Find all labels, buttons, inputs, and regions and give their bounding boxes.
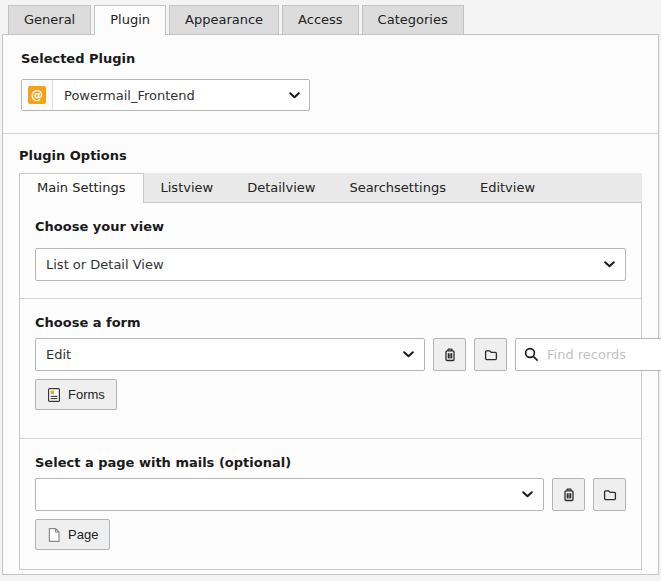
page-browse-button[interactable] — [593, 478, 626, 511]
plugin-options-heading: Plugin Options — [19, 148, 642, 163]
page-remove-button[interactable] — [552, 478, 585, 511]
subtab-editview[interactable]: Editview — [463, 173, 552, 202]
subtab-main-settings[interactable]: Main Settings — [19, 173, 144, 203]
choose-form-section: Choose a form Edit — [20, 299, 641, 439]
trash-icon — [442, 347, 458, 363]
form-select-value: Edit — [46, 347, 403, 362]
subtab-listview[interactable]: Listview — [144, 173, 231, 202]
chevron-down-icon — [522, 491, 533, 498]
find-records-group — [515, 338, 661, 371]
subtab-detailview[interactable]: Detailview — [230, 173, 332, 202]
select-page-section: Select a page with mails (optional) — [20, 439, 641, 569]
plugin-tab-panel: Selected Plugin @ Powermail_Frontend Plu… — [2, 34, 659, 575]
plugin-icon-cell: @ — [22, 80, 53, 110]
page-document-icon — [47, 527, 61, 543]
form-document-icon — [47, 387, 61, 403]
forms-browse-button[interactable]: Forms — [35, 379, 117, 410]
subtab-searchsettings[interactable]: Searchsettings — [332, 173, 463, 202]
main-settings-panel: Choose your view List or Detail View Cho… — [19, 202, 642, 570]
choose-view-section: Choose your view List or Detail View — [20, 203, 641, 299]
page-select[interactable] — [35, 478, 544, 511]
chevron-down-icon — [403, 351, 414, 358]
view-select-value: List or Detail View — [46, 257, 604, 272]
form-select[interactable]: Edit — [35, 338, 425, 371]
tab-plugin[interactable]: Plugin — [94, 5, 166, 35]
selected-plugin-section: Selected Plugin @ Powermail_Frontend — [3, 35, 658, 134]
trash-icon — [561, 487, 577, 503]
choose-form-heading: Choose a form — [35, 315, 626, 330]
form-remove-button[interactable] — [433, 338, 466, 371]
plugin-options-section: Plugin Options Main Settings Listview De… — [3, 134, 658, 570]
choose-view-heading: Choose your view — [35, 219, 626, 234]
powermail-at-icon: @ — [28, 86, 46, 104]
tab-appearance[interactable]: Appearance — [169, 5, 279, 34]
form-select-row: Edit — [35, 338, 626, 371]
folder-icon — [602, 487, 618, 503]
page-button-label: Page — [68, 527, 98, 542]
tab-categories[interactable]: Categories — [362, 5, 464, 34]
tab-access[interactable]: Access — [282, 5, 359, 34]
page-select-row — [35, 478, 626, 511]
magnifier-icon — [516, 346, 547, 363]
selected-plugin-value: Powermail_Frontend — [53, 88, 289, 103]
plugin-options-subtabbar: Main Settings Listview Detailview Search… — [19, 173, 642, 202]
form-browse-button[interactable] — [474, 338, 507, 371]
forms-button-label: Forms — [68, 387, 105, 402]
flexform-tabbar: General Plugin Appearance Access Categor… — [0, 0, 661, 34]
find-records-input[interactable] — [547, 347, 661, 362]
chevron-down-icon — [604, 261, 615, 268]
select-page-heading: Select a page with mails (optional) — [35, 455, 626, 470]
selected-plugin-heading: Selected Plugin — [21, 51, 640, 66]
tab-general[interactable]: General — [8, 5, 91, 34]
chevron-down-icon — [289, 92, 300, 99]
view-select[interactable]: List or Detail View — [35, 248, 626, 281]
folder-icon — [483, 347, 499, 363]
page-record-button[interactable]: Page — [35, 519, 110, 550]
selected-plugin-select[interactable]: @ Powermail_Frontend — [21, 79, 310, 111]
